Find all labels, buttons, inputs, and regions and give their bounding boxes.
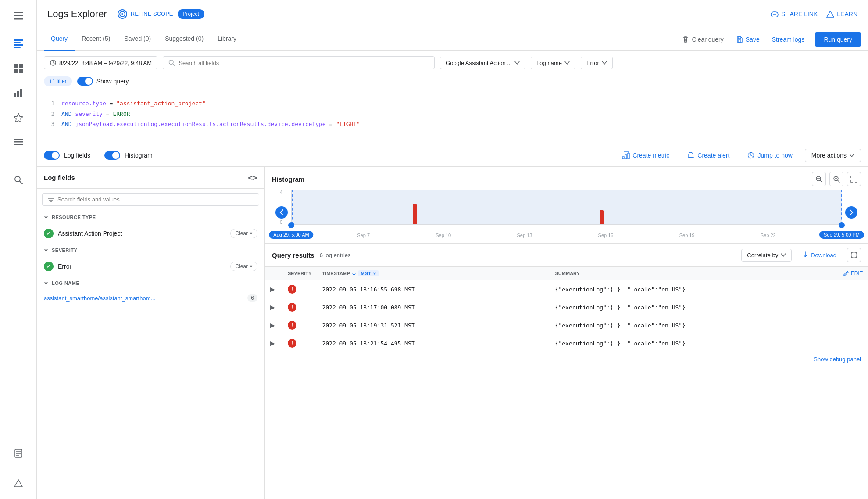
correlate-by-button[interactable]: Correlate by xyxy=(741,249,792,262)
nav-notes-icon[interactable] xyxy=(8,443,29,464)
search-fields-box[interactable] xyxy=(42,193,259,206)
search-all-fields-input[interactable] xyxy=(179,60,429,66)
learn-button[interactable]: LEARN xyxy=(826,11,857,18)
clear-query-button[interactable]: Clear query xyxy=(677,32,729,47)
zoom-in-button[interactable] xyxy=(829,172,843,186)
query-line-1: 1 resource.type = "assistant_action_proj… xyxy=(46,98,859,109)
date-range-filter[interactable]: 8/29/22, 8:48 AM – 9/29/22, 9:48 AM xyxy=(44,56,157,69)
panel-collapse-icon[interactable]: <> xyxy=(248,173,257,182)
zoom-fit-button[interactable] xyxy=(847,172,861,186)
svg-point-17 xyxy=(15,176,20,182)
severity-header[interactable]: SEVERITY xyxy=(37,243,264,257)
create-alert-label: Create alert xyxy=(697,152,729,159)
chart-nav-left[interactable] xyxy=(275,206,288,219)
svg-rect-15 xyxy=(14,141,23,143)
th-severity: SEVERITY xyxy=(282,267,317,280)
svg-line-32 xyxy=(173,64,175,65)
tab-saved[interactable]: Saved (0) xyxy=(117,28,158,51)
tab-library[interactable]: Library xyxy=(211,28,243,51)
histogram-toggle[interactable]: Histogram xyxy=(104,151,153,160)
app-title: Logs Explorer xyxy=(47,8,107,20)
show-query-toggle-switch[interactable] xyxy=(77,77,93,86)
log-name-entry[interactable]: assistant_smarthome/assistant_smarthom..… xyxy=(37,290,264,306)
svg-rect-33 xyxy=(622,157,624,159)
nav-alerts-icon[interactable] xyxy=(8,107,29,128)
histogram-toggle-switch[interactable] xyxy=(104,151,120,160)
range-start-marker[interactable]: Aug 29, 5:00 AM xyxy=(291,222,297,228)
more-actions-button[interactable]: More actions xyxy=(805,149,861,162)
zoom-out-button[interactable] xyxy=(812,172,826,186)
svg-rect-1 xyxy=(14,15,23,17)
row-expand-3[interactable]: ▶ xyxy=(270,322,275,329)
error-filter[interactable]: Error xyxy=(581,57,613,69)
debug-panel-link[interactable]: Show debug panel xyxy=(265,352,868,366)
tab-suggested[interactable]: Suggested (0) xyxy=(158,28,211,51)
table-row[interactable]: ▶ ! 2022-09-05 18:17:00.089 MST {"execut… xyxy=(265,298,868,316)
jump-to-now-button[interactable]: Jump to now xyxy=(742,149,797,162)
log-name-filter[interactable]: Log name xyxy=(531,57,575,69)
search-all-fields-box[interactable] xyxy=(163,56,435,69)
field-item-left: ✓ Assistant Action Project xyxy=(44,229,122,238)
nav-dashboard-icon[interactable] xyxy=(8,58,29,79)
row-expand-4[interactable]: ▶ xyxy=(270,340,275,347)
resource-clear-button[interactable]: Clear × xyxy=(230,229,257,238)
severity-error-icon-4: ! xyxy=(288,339,296,348)
download-button[interactable]: Download xyxy=(797,249,842,261)
log-fields-toggle-switch[interactable] xyxy=(44,151,60,160)
tab-recent[interactable]: Recent (5) xyxy=(75,28,117,51)
show-query-toggle[interactable]: Show query xyxy=(77,77,129,86)
histogram-section: Histogram xyxy=(265,167,868,244)
range-end-marker[interactable]: Sep 29, 5:00 PM xyxy=(836,222,842,228)
table-row[interactable]: ▶ ! 2022-09-05 18:19:31.521 MST {"execut… xyxy=(265,316,868,334)
create-alert-button[interactable]: Create alert xyxy=(682,149,735,162)
nav-list-icon[interactable] xyxy=(8,132,29,153)
table-header-row: SEVERITY TIMESTAMP MST xyxy=(265,267,868,280)
row-expand-2[interactable]: ▶ xyxy=(270,304,275,311)
edit-summary-button[interactable]: EDIT xyxy=(843,270,863,276)
histogram-zoom-controls xyxy=(812,172,861,186)
summary-3: {"executionLog":{…}, "locale":"en-US"} xyxy=(550,316,868,334)
severity-clear-button[interactable]: Clear × xyxy=(230,262,257,271)
results-title: Query results xyxy=(272,251,314,259)
nav-logs-icon[interactable] xyxy=(8,33,29,54)
left-nav xyxy=(0,0,37,499)
run-query-button[interactable]: Run query xyxy=(815,32,861,47)
resource-type-header[interactable]: RESOURCE TYPE xyxy=(37,210,264,224)
log-fields-toggle[interactable]: Log fields xyxy=(44,151,90,160)
nav-expand-icon[interactable] xyxy=(8,473,29,494)
timestamp-sort[interactable]: TIMESTAMP MST xyxy=(322,270,544,276)
create-metric-button[interactable]: Create metric xyxy=(617,149,675,162)
severity-error-icon-2: ! xyxy=(288,303,296,312)
tab-query[interactable]: Query xyxy=(44,28,75,51)
th-timestamp[interactable]: TIMESTAMP MST xyxy=(317,267,550,280)
green-check-icon: ✓ xyxy=(44,229,54,238)
nav-hamburger-icon[interactable] xyxy=(8,5,29,26)
table-row[interactable]: ▶ ! 2022-09-05 18:21:54.495 MST {"execut… xyxy=(265,334,868,352)
tz-badge[interactable]: MST xyxy=(358,270,379,276)
severity-error-icon-3: ! xyxy=(288,321,296,330)
stream-logs-button[interactable]: Stream logs xyxy=(767,32,810,47)
nav-search-icon[interactable] xyxy=(8,169,29,190)
svg-rect-13 xyxy=(20,89,22,97)
filter-chip[interactable]: +1 filter xyxy=(44,76,72,86)
project-badge[interactable]: Project xyxy=(178,9,204,19)
query-editor[interactable]: 1 resource.type = "assistant_action_proj… xyxy=(37,91,868,144)
row-expand-1[interactable]: ▶ xyxy=(270,286,275,293)
svg-line-45 xyxy=(820,180,822,182)
chart-nav-right[interactable] xyxy=(845,206,857,219)
log-name-header[interactable]: LOG NAME xyxy=(37,276,264,290)
assistant-action-project-item[interactable]: ✓ Assistant Action Project Clear × xyxy=(37,224,264,243)
nav-chart-icon[interactable] xyxy=(8,83,29,104)
toolbar: Log fields Histogram Create metric Creat… xyxy=(37,144,868,167)
fullscreen-button[interactable] xyxy=(847,248,861,262)
error-item[interactable]: ✓ Error Clear × xyxy=(37,257,264,276)
histogram-bar-2 xyxy=(600,210,604,224)
search-fields-input[interactable] xyxy=(57,196,254,203)
refine-scope-button[interactable]: REFINE SCOPE xyxy=(118,9,173,19)
y-axis-min: 0 xyxy=(280,219,282,225)
share-link-button[interactable]: SHARE LINK xyxy=(771,11,818,18)
resource-filter[interactable]: Google Assistant Action ... xyxy=(440,57,525,69)
save-button[interactable]: Save xyxy=(731,32,765,47)
table-row[interactable]: ▶ ! 2022-09-05 18:16:55.698 MST {"execut… xyxy=(265,280,868,298)
log-fields-panel: Log fields <> RESOURCE TYPE xyxy=(37,167,265,499)
